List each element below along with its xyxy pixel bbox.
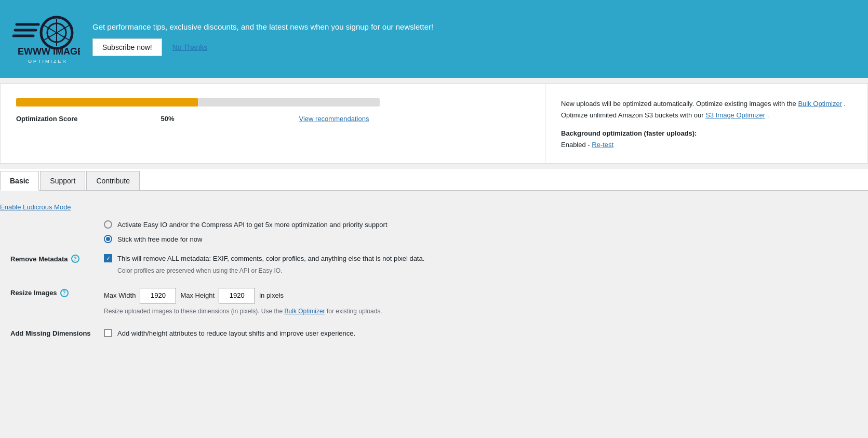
subscribe-button[interactable]: Subscribe now! (92, 38, 162, 56)
settings-area: Enable Ludicrous Mode Activate Easy IO a… (0, 191, 868, 363)
score-desc-text1: New uploads will be optimized automatica… (561, 100, 796, 108)
progress-bar-container (16, 98, 529, 107)
resize-inputs-row: Max Width Max Height in pixels (104, 288, 868, 303)
bg-opt-enabled-text: Enabled - (561, 141, 592, 149)
score-row: Optimization Score 50% View recommendati… (16, 115, 529, 123)
option-easyio: Activate Easy IO and/or the Compress API… (104, 220, 868, 229)
score-percent: 50% (161, 115, 174, 123)
radio-easyio[interactable] (104, 220, 112, 229)
remove-metadata-help-icon[interactable]: ? (71, 255, 79, 263)
max-height-input[interactable] (219, 288, 255, 303)
svg-text:EWWW IMAGE: EWWW IMAGE (18, 46, 80, 57)
max-width-label: Max Width (104, 291, 136, 299)
option-easyio-label: Activate Easy IO and/or the Compress API… (117, 221, 388, 229)
banner-content: Get performance tips, exclusive discount… (92, 22, 856, 56)
score-right: New uploads will be optimized automatica… (545, 84, 867, 163)
tab-contribute[interactable]: Contribute (86, 171, 140, 190)
resize-bulk-optimizer-link[interactable]: Bulk Optimizer (285, 308, 325, 315)
score-left: Optimization Score 50% View recommendati… (1, 84, 545, 163)
ewww-logo-svg: EWWW IMAGE OPTIMIZER (12, 13, 80, 65)
pixels-label: in pixels (259, 291, 284, 299)
remove-metadata-content: This will remove ALL metadata: EXIF, com… (104, 254, 868, 274)
option-free: Stick with free mode for now (104, 235, 868, 243)
remove-metadata-note: Color profiles are preserved when using … (104, 267, 868, 274)
logo: EWWW IMAGE OPTIMIZER (12, 13, 80, 65)
add-missing-content: Add width/height attributes to reduce la… (104, 328, 868, 342)
retest-link[interactable]: Re-test (592, 141, 613, 149)
score-desc-text3: . (767, 111, 769, 119)
option-free-label: Stick with free mode for now (117, 235, 202, 243)
remove-metadata-text: This will remove ALL metadata: EXIF, com… (117, 254, 424, 264)
progress-bar-fill (16, 98, 198, 107)
banner-actions: Subscribe now! No Thanks (92, 38, 856, 56)
banner-tagline: Get performance tips, exclusive discount… (92, 22, 856, 31)
add-missing-row: Add Missing Dimensions Add width/height … (0, 328, 868, 342)
bg-opt-status: Enabled - Re-test (561, 141, 613, 149)
svg-text:OPTIMIZER: OPTIMIZER (28, 59, 68, 64)
view-recommendations-link[interactable]: View recommendations (299, 115, 369, 123)
add-missing-checkbox[interactable] (104, 329, 112, 337)
max-width-input[interactable] (140, 288, 176, 303)
progress-bar-bg (16, 98, 380, 107)
bulk-optimizer-link[interactable]: Bulk Optimizer (798, 100, 842, 108)
add-missing-text: Add width/height attributes to reduce la… (117, 328, 355, 339)
score-description: New uploads will be optimized automatica… (561, 98, 852, 121)
tab-support[interactable]: Support (40, 171, 85, 190)
no-thanks-link[interactable]: No Thanks (172, 43, 207, 51)
bg-opt-section: Background optimization (faster uploads)… (561, 129, 852, 149)
remove-metadata-row: Remove Metadata ? This will remove ALL m… (0, 254, 868, 274)
ludicrous-mode-link[interactable]: Enable Ludicrous Mode (0, 199, 71, 215)
add-missing-checkbox-row: Add width/height attributes to reduce la… (104, 328, 868, 339)
s3-link[interactable]: S3 Image Optimizer (705, 111, 765, 119)
remove-metadata-label: Remove Metadata ? (10, 254, 94, 263)
resize-images-help-icon[interactable]: ? (60, 289, 69, 297)
tabs-container: Basic Support Contribute (0, 169, 868, 191)
resize-images-content: Max Width Max Height in pixels Resize up… (104, 288, 868, 315)
remove-metadata-checkbox[interactable] (104, 254, 112, 262)
mode-options: Activate Easy IO and/or the Compress API… (0, 220, 868, 243)
add-missing-label: Add Missing Dimensions (10, 328, 94, 337)
resize-images-label: Resize Images ? (10, 288, 94, 297)
bg-opt-label: Background optimization (faster uploads)… (561, 129, 852, 137)
max-height-label: Max Height (180, 291, 215, 299)
newsletter-banner: EWWW IMAGE OPTIMIZER Get performance tip… (0, 0, 868, 78)
resize-note: Resize uploaded images to these dimensio… (104, 308, 868, 315)
radio-free[interactable] (104, 235, 112, 243)
remove-metadata-checkbox-row: This will remove ALL metadata: EXIF, com… (104, 254, 868, 264)
score-section: Optimization Score 50% View recommendati… (0, 83, 868, 164)
resize-images-row: Resize Images ? Max Width Max Height in … (0, 288, 868, 315)
score-label: Optimization Score (16, 115, 77, 123)
tab-basic[interactable]: Basic (0, 171, 39, 191)
